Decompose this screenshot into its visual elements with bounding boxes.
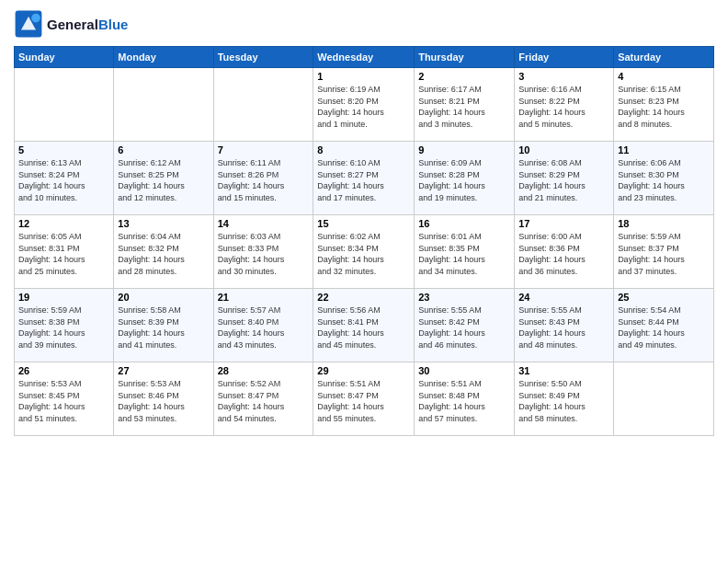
day-info: Sunrise: 6:05 AM Sunset: 8:31 PM Dayligh… — [18, 231, 109, 277]
calendar-cell: 27Sunrise: 5:53 AM Sunset: 8:46 PM Dayli… — [114, 362, 213, 436]
calendar-week-row: 19Sunrise: 5:59 AM Sunset: 8:38 PM Dayli… — [15, 289, 714, 362]
calendar-cell: 26Sunrise: 5:53 AM Sunset: 8:45 PM Dayli… — [15, 362, 114, 436]
day-number: 8 — [317, 144, 410, 155]
day-info: Sunrise: 6:01 AM Sunset: 8:35 PM Dayligh… — [418, 231, 510, 277]
day-info: Sunrise: 6:13 AM Sunset: 8:24 PM Dayligh… — [18, 157, 109, 203]
day-number: 3 — [518, 71, 609, 82]
calendar-cell: 10Sunrise: 6:08 AM Sunset: 8:29 PM Dayli… — [515, 142, 614, 215]
weekday-header: Thursday — [415, 47, 515, 68]
weekday-header: Saturday — [614, 47, 714, 68]
day-number: 7 — [218, 144, 310, 155]
day-number: 21 — [218, 292, 310, 303]
day-info: Sunrise: 5:58 AM Sunset: 8:39 PM Dayligh… — [118, 304, 209, 350]
day-number: 19 — [18, 292, 109, 303]
calendar-cell: 21Sunrise: 5:57 AM Sunset: 8:40 PM Dayli… — [213, 289, 313, 362]
day-number: 25 — [618, 292, 710, 303]
day-info: Sunrise: 6:08 AM Sunset: 8:29 PM Dayligh… — [518, 157, 609, 203]
calendar-cell — [614, 362, 714, 436]
day-number: 5 — [18, 144, 109, 155]
day-info: Sunrise: 5:59 AM Sunset: 8:38 PM Dayligh… — [18, 304, 109, 350]
day-number: 26 — [18, 365, 109, 376]
calendar-cell: 6Sunrise: 6:12 AM Sunset: 8:25 PM Daylig… — [114, 142, 213, 215]
weekday-header: Wednesday — [313, 47, 415, 68]
day-number: 18 — [618, 218, 710, 229]
day-number: 30 — [418, 365, 510, 376]
calendar-cell: 2Sunrise: 6:17 AM Sunset: 8:21 PM Daylig… — [415, 68, 515, 142]
day-info: Sunrise: 6:02 AM Sunset: 8:34 PM Dayligh… — [317, 231, 410, 277]
calendar-cell: 12Sunrise: 6:05 AM Sunset: 8:31 PM Dayli… — [15, 215, 114, 289]
day-info: Sunrise: 6:17 AM Sunset: 8:21 PM Dayligh… — [418, 84, 510, 130]
weekday-header: Sunday — [15, 47, 114, 68]
day-number: 16 — [418, 218, 510, 229]
day-info: Sunrise: 6:09 AM Sunset: 8:28 PM Dayligh… — [418, 157, 510, 203]
day-info: Sunrise: 5:52 AM Sunset: 8:47 PM Dayligh… — [218, 378, 310, 424]
logo-icon — [14, 9, 43, 39]
calendar-cell: 22Sunrise: 5:56 AM Sunset: 8:41 PM Dayli… — [313, 289, 415, 362]
day-info: Sunrise: 6:03 AM Sunset: 8:33 PM Dayligh… — [218, 231, 310, 277]
calendar-cell: 14Sunrise: 6:03 AM Sunset: 8:33 PM Dayli… — [213, 215, 313, 289]
calendar-cell: 31Sunrise: 5:50 AM Sunset: 8:49 PM Dayli… — [515, 362, 614, 436]
calendar-cell: 3Sunrise: 6:16 AM Sunset: 8:22 PM Daylig… — [515, 68, 614, 142]
day-number: 20 — [118, 292, 209, 303]
calendar-table: SundayMondayTuesdayWednesdayThursdayFrid… — [14, 46, 714, 436]
day-number: 22 — [317, 292, 410, 303]
day-info: Sunrise: 6:06 AM Sunset: 8:30 PM Dayligh… — [618, 157, 710, 203]
day-number: 31 — [518, 365, 609, 376]
calendar-cell: 9Sunrise: 6:09 AM Sunset: 8:28 PM Daylig… — [415, 142, 515, 215]
svg-point-2 — [31, 14, 40, 23]
day-number: 14 — [218, 218, 310, 229]
calendar-week-row: 1Sunrise: 6:19 AM Sunset: 8:20 PM Daylig… — [15, 68, 714, 142]
day-number: 10 — [518, 144, 609, 155]
calendar-cell: 13Sunrise: 6:04 AM Sunset: 8:32 PM Dayli… — [114, 215, 213, 289]
weekday-header: Tuesday — [213, 47, 313, 68]
day-number: 13 — [118, 218, 209, 229]
day-info: Sunrise: 5:56 AM Sunset: 8:41 PM Dayligh… — [317, 304, 410, 350]
day-number: 12 — [18, 218, 109, 229]
calendar-cell: 28Sunrise: 5:52 AM Sunset: 8:47 PM Dayli… — [213, 362, 313, 436]
day-info: Sunrise: 5:51 AM Sunset: 8:48 PM Dayligh… — [418, 378, 510, 424]
logo: GeneralBlue — [14, 9, 128, 39]
day-info: Sunrise: 6:15 AM Sunset: 8:23 PM Dayligh… — [618, 84, 710, 130]
day-info: Sunrise: 5:53 AM Sunset: 8:45 PM Dayligh… — [18, 378, 109, 424]
day-number: 11 — [618, 144, 710, 155]
calendar-week-row: 26Sunrise: 5:53 AM Sunset: 8:45 PM Dayli… — [15, 362, 714, 436]
day-info: Sunrise: 5:53 AM Sunset: 8:46 PM Dayligh… — [118, 378, 209, 424]
day-number: 4 — [618, 71, 710, 82]
day-info: Sunrise: 6:16 AM Sunset: 8:22 PM Dayligh… — [518, 84, 609, 130]
day-number: 9 — [418, 144, 510, 155]
day-info: Sunrise: 6:11 AM Sunset: 8:26 PM Dayligh… — [218, 157, 310, 203]
day-info: Sunrise: 5:51 AM Sunset: 8:47 PM Dayligh… — [317, 378, 410, 424]
calendar-cell: 23Sunrise: 5:55 AM Sunset: 8:42 PM Dayli… — [415, 289, 515, 362]
weekday-header: Monday — [114, 47, 213, 68]
logo-text: GeneralBlue — [47, 17, 128, 32]
calendar-cell: 29Sunrise: 5:51 AM Sunset: 8:47 PM Dayli… — [313, 362, 415, 436]
calendar-cell: 16Sunrise: 6:01 AM Sunset: 8:35 PM Dayli… — [415, 215, 515, 289]
calendar-cell: 4Sunrise: 6:15 AM Sunset: 8:23 PM Daylig… — [614, 68, 714, 142]
day-info: Sunrise: 5:55 AM Sunset: 8:42 PM Dayligh… — [418, 304, 510, 350]
calendar-cell — [213, 68, 313, 142]
calendar-week-row: 12Sunrise: 6:05 AM Sunset: 8:31 PM Dayli… — [15, 215, 714, 289]
calendar-week-row: 5Sunrise: 6:13 AM Sunset: 8:24 PM Daylig… — [15, 142, 714, 215]
calendar-cell — [114, 68, 213, 142]
calendar-cell — [15, 68, 114, 142]
calendar-cell: 1Sunrise: 6:19 AM Sunset: 8:20 PM Daylig… — [313, 68, 415, 142]
day-info: Sunrise: 5:54 AM Sunset: 8:44 PM Dayligh… — [618, 304, 710, 350]
day-info: Sunrise: 5:57 AM Sunset: 8:40 PM Dayligh… — [218, 304, 310, 350]
day-info: Sunrise: 5:55 AM Sunset: 8:43 PM Dayligh… — [518, 304, 609, 350]
weekday-header: Friday — [515, 47, 614, 68]
day-number: 6 — [118, 144, 209, 155]
day-number: 27 — [118, 365, 209, 376]
calendar-cell: 7Sunrise: 6:11 AM Sunset: 8:26 PM Daylig… — [213, 142, 313, 215]
day-number: 24 — [518, 292, 609, 303]
day-number: 2 — [418, 71, 510, 82]
calendar-page: GeneralBlue SundayMondayTuesdayWednesday… — [0, 0, 728, 563]
day-number: 17 — [518, 218, 609, 229]
day-info: Sunrise: 6:00 AM Sunset: 8:36 PM Dayligh… — [518, 231, 609, 277]
weekday-header-row: SundayMondayTuesdayWednesdayThursdayFrid… — [15, 47, 714, 68]
day-info: Sunrise: 5:59 AM Sunset: 8:37 PM Dayligh… — [618, 231, 710, 277]
calendar-cell: 24Sunrise: 5:55 AM Sunset: 8:43 PM Dayli… — [515, 289, 614, 362]
calendar-cell: 15Sunrise: 6:02 AM Sunset: 8:34 PM Dayli… — [313, 215, 415, 289]
calendar-cell: 18Sunrise: 5:59 AM Sunset: 8:37 PM Dayli… — [614, 215, 714, 289]
day-info: Sunrise: 6:19 AM Sunset: 8:20 PM Dayligh… — [317, 84, 410, 130]
day-number: 1 — [317, 71, 410, 82]
